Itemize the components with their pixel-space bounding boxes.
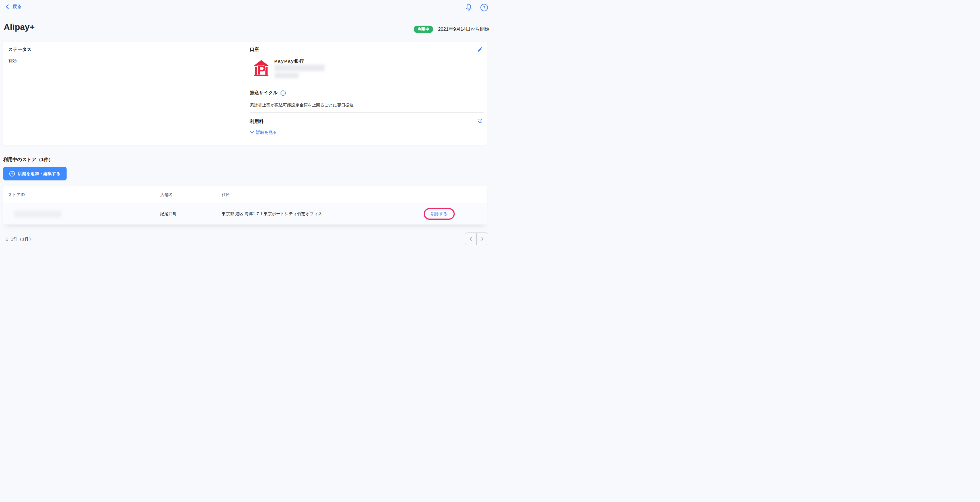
account-holder-redacted bbox=[274, 73, 299, 78]
back-chevron-icon bbox=[5, 4, 10, 9]
help-icon[interactable]: ? bbox=[480, 3, 488, 13]
pagination-summary: 1~1件（1件） bbox=[6, 236, 33, 242]
chevron-down-icon bbox=[250, 131, 254, 134]
add-store-label: 店舗を追加・編集する bbox=[18, 171, 60, 177]
table-row: 紀尾井町 東京都 港区 海岸1-7-1 東京ポートシティ竹芝オフィス 削除する bbox=[3, 203, 487, 225]
fee-section-label: 利用料 bbox=[250, 119, 264, 125]
account-number-redacted bbox=[274, 65, 325, 71]
pagination-controls bbox=[465, 233, 488, 245]
account-section-label: 口座 bbox=[250, 47, 259, 53]
store-address-cell: 東京都 港区 海岸1-7-1 東京ポートシティ竹芝オフィス bbox=[222, 211, 421, 217]
status-section-label: ステータス bbox=[8, 47, 32, 53]
info-icon[interactable] bbox=[280, 90, 286, 96]
prev-page-icon bbox=[469, 236, 473, 241]
prev-page-button[interactable] bbox=[465, 233, 477, 245]
edit-pencil-icon[interactable] bbox=[477, 46, 483, 54]
back-label: 戻る bbox=[13, 4, 22, 10]
add-store-button[interactable]: 店舗を追加・編集する bbox=[3, 167, 67, 180]
history-clock-icon[interactable] bbox=[477, 118, 483, 125]
divider bbox=[250, 112, 484, 113]
next-page-icon bbox=[480, 236, 485, 241]
page-title: Alipay+ bbox=[4, 22, 35, 32]
delete-store-link[interactable]: 削除する bbox=[431, 211, 448, 217]
start-date-text: 2021年9月14日から開始 bbox=[438, 26, 490, 32]
column-header-address: 住所 bbox=[222, 192, 421, 198]
transfer-cycle-description: 累計売上高が振込可能設定金額を上回るごとに翌日振込 bbox=[250, 102, 354, 108]
svg-text:?: ? bbox=[483, 5, 485, 10]
bank-logo: P bbox=[253, 60, 269, 77]
delete-annotation-highlight: 削除する bbox=[424, 208, 455, 220]
see-details-label: 詳細を見る bbox=[256, 130, 277, 135]
plus-circle-icon bbox=[9, 171, 15, 177]
stores-heading: 利用中のストア（1件） bbox=[3, 156, 53, 163]
status-badge: 利用中 bbox=[414, 25, 433, 33]
column-header-store-id: ストアID bbox=[3, 192, 160, 198]
detail-card: ステータス 有効 口座 P PayPay銀行 振込サイクル 累計売上高が振込可能… bbox=[3, 42, 487, 145]
stores-table: ストアID 店舗名 住所 紀尾井町 東京都 港区 海岸1-7-1 東京ポートシテ… bbox=[3, 186, 487, 225]
store-id-redacted bbox=[14, 210, 61, 217]
column-header-store-name: 店舗名 bbox=[160, 192, 222, 198]
transfer-cycle-label: 振込サイクル bbox=[250, 90, 278, 96]
next-page-button[interactable] bbox=[477, 233, 488, 245]
divider bbox=[250, 84, 484, 84]
store-name-cell: 紀尾井町 bbox=[160, 211, 222, 217]
bell-icon[interactable] bbox=[465, 3, 473, 13]
bank-name: PayPay銀行 bbox=[274, 58, 304, 64]
svg-text:P: P bbox=[257, 63, 266, 76]
status-value: 有効 bbox=[8, 58, 16, 64]
back-button[interactable]: 戻る bbox=[5, 4, 22, 10]
see-details-link[interactable]: 詳細を見る bbox=[250, 130, 277, 135]
table-header-row: ストアID 店舗名 住所 bbox=[3, 186, 487, 203]
